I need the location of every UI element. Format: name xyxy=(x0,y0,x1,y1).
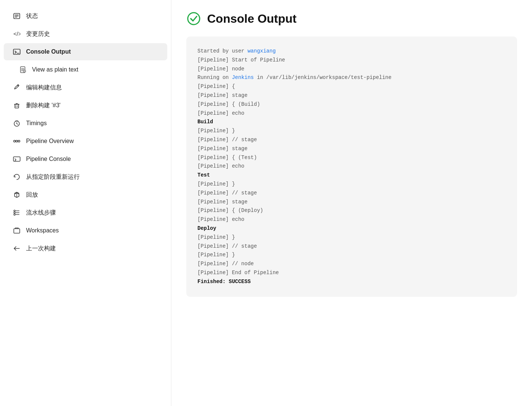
svg-rect-34 xyxy=(14,229,20,233)
svg-point-23 xyxy=(18,140,20,142)
svg-point-22 xyxy=(16,140,18,142)
restart-icon xyxy=(13,173,21,181)
jenkins-link[interactable]: Jenkins xyxy=(232,74,254,80)
sidebar-item-pipeline-overview[interactable]: Pipeline Overview xyxy=(4,133,167,150)
sidebar-item-replay[interactable]: 回放 xyxy=(4,186,167,203)
console-line-4: Running on Jenkins in /var/lib/jenkins/w… xyxy=(197,73,506,82)
console-line-5: [Pipeline] { xyxy=(197,82,506,91)
sidebar-item-console-label: Console Output xyxy=(26,48,71,55)
console-line-12: [Pipeline] stage xyxy=(197,145,506,153)
sidebar-item-restart-label: 从指定阶段重新运行 xyxy=(26,173,80,181)
console-line-27: Finished: SUCCESS xyxy=(197,277,506,286)
console-line-17: [Pipeline] // stage xyxy=(197,189,506,198)
console-line-6: [Pipeline] stage xyxy=(197,91,506,100)
sidebar-item-pipeline-console[interactable]: Pipeline Console xyxy=(4,150,167,168)
console-line-20: [Pipeline] echo xyxy=(197,215,506,224)
svg-point-21 xyxy=(14,140,16,142)
svg-point-30 xyxy=(14,212,15,213)
pipeline-overview-icon xyxy=(13,137,21,145)
console-line-3: [Pipeline] node xyxy=(197,65,506,74)
sidebar-item-plain-text-label: View as plain text xyxy=(32,66,78,73)
sidebar-item-pipeline-steps-label: 流水线步骤 xyxy=(26,209,56,217)
svg-text:</>: </> xyxy=(13,31,20,37)
console-line-1: Started by user wangxiang xyxy=(197,47,506,56)
svg-line-13 xyxy=(18,85,19,86)
console-line-2: [Pipeline] Start of Pipeline xyxy=(197,56,506,65)
replay-icon xyxy=(13,191,21,199)
sidebar-item-workspaces-label: Workspaces xyxy=(26,227,59,234)
plain-text-icon xyxy=(19,66,27,74)
console-line-18: [Pipeline] stage xyxy=(197,198,506,207)
edit-icon xyxy=(13,83,21,92)
timings-icon xyxy=(13,119,21,127)
changes-icon: </> xyxy=(13,30,21,38)
previous-build-icon xyxy=(13,244,21,253)
sidebar-item-workspaces[interactable]: Workspaces xyxy=(4,222,167,239)
page-header: Console Output xyxy=(186,11,517,26)
status-icon xyxy=(13,12,21,20)
page-title: Console Output xyxy=(207,12,297,26)
main-content: Console Output Started by user wangxiang… xyxy=(171,0,532,406)
console-line-15: Test xyxy=(197,171,506,180)
delete-icon xyxy=(13,101,21,110)
console-line-8: [Pipeline] echo xyxy=(197,109,506,118)
console-icon xyxy=(13,48,21,56)
sidebar-item-previous-build-label: 上一次构建 xyxy=(26,245,56,253)
sidebar-item-console-output[interactable]: Console Output xyxy=(4,43,167,60)
workspaces-icon xyxy=(13,226,21,235)
sidebar-item-restart[interactable]: 从指定阶段重新运行 xyxy=(4,168,167,185)
console-line-10: [Pipeline] } xyxy=(197,127,506,136)
console-output-box: Started by user wangxiang [Pipeline] Sta… xyxy=(186,37,517,297)
user-link[interactable]: wangxiang xyxy=(247,48,276,54)
sidebar-item-delete-build[interactable]: 删除构建 '#3' xyxy=(4,97,167,114)
sidebar-item-changes-label: 变更历史 xyxy=(26,30,50,38)
console-line-14: [Pipeline] echo xyxy=(197,162,506,171)
sidebar-item-timings[interactable]: Timings xyxy=(4,115,167,132)
console-line-25: [Pipeline] // node xyxy=(197,260,506,269)
success-check-icon xyxy=(186,11,201,26)
sidebar-item-pipeline-overview-label: Pipeline Overview xyxy=(26,138,74,145)
sidebar-item-delete-label: 删除构建 '#3' xyxy=(26,102,60,110)
sidebar-item-status[interactable]: 状态 xyxy=(4,7,167,25)
sidebar-item-changes[interactable]: </> 变更历史 xyxy=(4,25,167,42)
pipeline-console-icon xyxy=(13,155,21,163)
console-line-22: [Pipeline] } xyxy=(197,233,506,242)
svg-rect-14 xyxy=(15,104,19,108)
console-line-19: [Pipeline] { (Deploy) xyxy=(197,206,506,215)
console-line-23: [Pipeline] // stage xyxy=(197,242,506,251)
console-line-13: [Pipeline] { (Test) xyxy=(197,153,506,162)
sidebar-item-view-plain-text[interactable]: View as plain text xyxy=(4,61,167,78)
console-line-26: [Pipeline] End of Pipeline xyxy=(197,269,506,277)
sidebar-item-pipeline-steps[interactable]: 流水线步骤 xyxy=(4,204,167,221)
svg-line-20 xyxy=(17,124,18,124)
sidebar-item-replay-label: 回放 xyxy=(26,191,38,199)
sidebar-item-edit-build[interactable]: 编辑构建信息 xyxy=(4,79,167,96)
console-line-16: [Pipeline] } xyxy=(197,180,506,189)
svg-point-28 xyxy=(14,210,15,212)
sidebar-item-status-label: 状态 xyxy=(26,12,38,20)
sidebar-item-previous-build[interactable]: 上一次构建 xyxy=(4,240,167,257)
sidebar-item-edit-label: 编辑构建信息 xyxy=(26,84,62,92)
console-line-21: Deploy xyxy=(197,224,506,233)
console-line-9: Build xyxy=(197,118,506,127)
console-line-7: [Pipeline] { (Build) xyxy=(197,100,506,109)
sidebar-item-pipeline-console-label: Pipeline Console xyxy=(26,156,71,162)
pipeline-steps-icon xyxy=(13,209,21,217)
svg-point-32 xyxy=(14,214,15,215)
svg-point-36 xyxy=(188,13,200,25)
sidebar-item-timings-label: Timings xyxy=(26,120,47,127)
sidebar: 状态 </> 变更历史 Console Output xyxy=(0,0,171,406)
svg-rect-5 xyxy=(13,49,20,54)
svg-rect-26 xyxy=(13,157,20,161)
console-line-11: [Pipeline] // stage xyxy=(197,136,506,145)
console-line-24: [Pipeline] } xyxy=(197,251,506,260)
